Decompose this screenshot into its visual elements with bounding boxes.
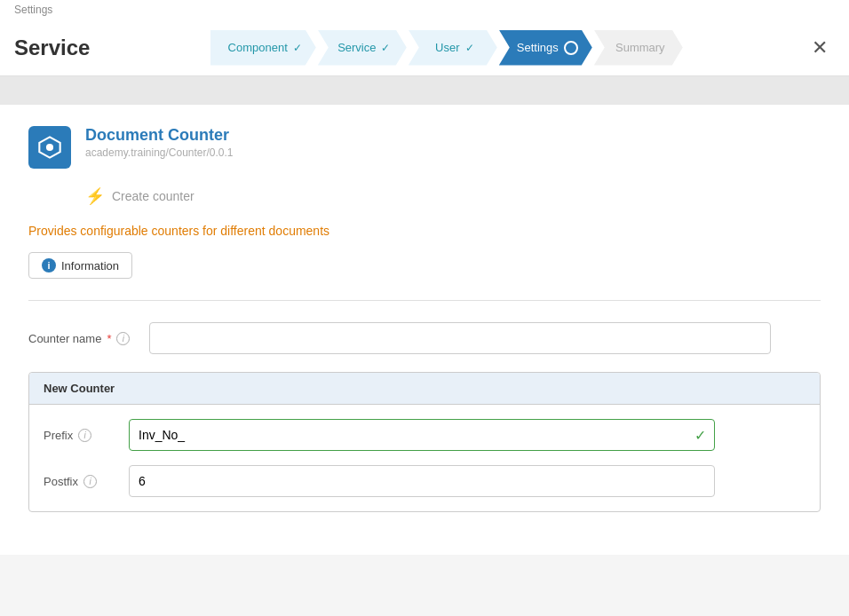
service-info: Document Counter academy.training/Counte… — [85, 126, 234, 159]
separator-bar — [0, 76, 849, 105]
step-service-label: Service — [337, 41, 376, 54]
main-content: Document Counter academy.training/Counte… — [0, 105, 849, 555]
service-header: Document Counter academy.training/Counte… — [28, 126, 821, 169]
description: Provides configurable counters for diffe… — [28, 224, 821, 238]
hex-icon — [37, 135, 62, 160]
required-marker: * — [107, 332, 111, 345]
divider — [28, 300, 821, 301]
step-summary-label: Summary — [615, 41, 665, 54]
service-icon — [28, 126, 71, 169]
step-settings[interactable]: Settings — [499, 30, 592, 66]
prefix-input[interactable] — [129, 419, 715, 451]
step-settings-label: Settings — [517, 41, 559, 54]
info-circle-icon: i — [42, 258, 56, 272]
step-service-check: ✓ — [381, 42, 390, 54]
step-settings-circle — [564, 41, 578, 55]
form-section: Counter name* i New Counter Prefix i — [28, 322, 821, 533]
breadcrumb: Settings — [0, 0, 849, 20]
step-summary[interactable]: Summary — [594, 30, 683, 66]
postfix-input-wrap — [129, 465, 715, 497]
step-component-label: Component — [228, 41, 288, 54]
information-button[interactable]: i Information — [28, 252, 132, 279]
create-counter-label: Create counter — [112, 189, 194, 203]
postfix-label: Postfix i — [44, 475, 115, 488]
step-user-label: User — [435, 41, 459, 54]
new-counter-header: New Counter — [29, 373, 820, 405]
create-counter-row: ⚡ Create counter — [85, 186, 821, 206]
postfix-info-icon[interactable]: i — [83, 475, 97, 488]
prefix-row: Prefix i ✓ — [44, 419, 805, 451]
postfix-input[interactable] — [129, 465, 715, 497]
close-button[interactable]: ✕ — [805, 33, 835, 63]
counter-name-label: Counter name* i — [28, 332, 135, 345]
postfix-row: Postfix i — [44, 465, 805, 497]
step-user-check: ✓ — [465, 42, 474, 54]
service-subtitle: academy.training/Counter/0.0.1 — [85, 146, 234, 159]
step-component[interactable]: Component ✓ — [210, 30, 316, 66]
counter-name-row: Counter name* i — [28, 322, 821, 354]
new-counter-box: New Counter Prefix i ✓ Postfix — [28, 372, 821, 512]
prefix-check-icon: ✓ — [694, 427, 706, 444]
step-service[interactable]: Service ✓ — [318, 30, 407, 66]
prefix-label: Prefix i — [44, 429, 115, 442]
svg-point-0 — [46, 144, 53, 151]
step-user[interactable]: User ✓ — [409, 30, 497, 66]
service-name: Document Counter — [85, 126, 234, 145]
step-component-check: ✓ — [293, 42, 302, 54]
top-bar: Service Component ✓ Service ✓ User ✓ Set… — [0, 20, 849, 76]
prefix-input-wrap: ✓ — [129, 419, 715, 451]
new-counter-body: Prefix i ✓ Postfix i — [29, 405, 820, 511]
wizard-steps: Component ✓ Service ✓ User ✓ Settings Su… — [210, 30, 685, 66]
description-text: Provides configurable counters for diffe… — [28, 224, 329, 238]
counter-name-info-icon[interactable]: i — [116, 332, 130, 345]
page-title: Service — [14, 36, 90, 60]
counter-name-input[interactable] — [149, 322, 771, 354]
counter-name-input-wrap — [149, 322, 771, 354]
lightning-icon: ⚡ — [85, 186, 105, 206]
prefix-info-icon[interactable]: i — [78, 429, 91, 442]
info-button-label: Information — [61, 259, 119, 272]
